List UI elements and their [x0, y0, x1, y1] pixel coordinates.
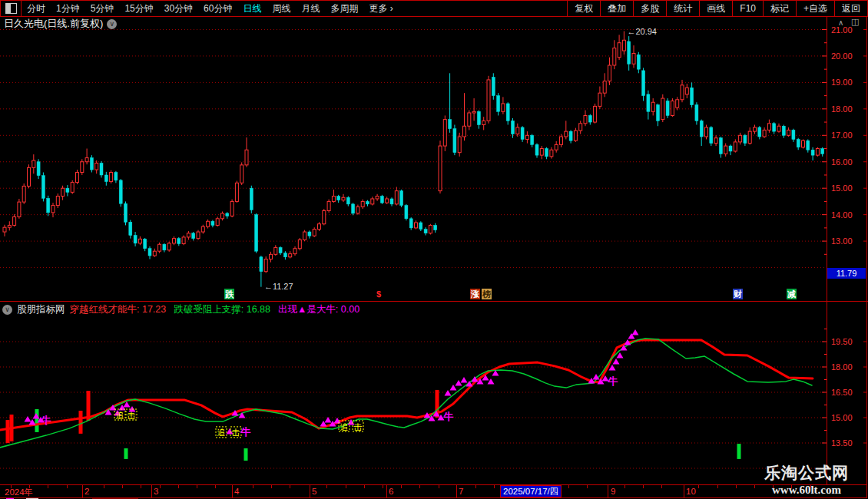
collapse-up-icon[interactable]: ∧: [838, 18, 843, 27]
date-tick: [253, 485, 253, 488]
menu-item-叠加[interactable]: 叠加: [600, 1, 633, 16]
candlestick-layer: [3, 31, 824, 287]
date-tick: [401, 485, 402, 488]
date-tick: [568, 485, 569, 488]
indicator-header: ∨ 股朋指标网 穿越红线才能牛: 17.23跌破受阻上支撑: 16.88出现▲是…: [2, 303, 359, 316]
menu-item-复权[interactable]: 复权: [567, 1, 600, 16]
svg-text:击: 击: [353, 422, 363, 431]
menu-item-返回[interactable]: 返回: [834, 1, 867, 16]
info-badge-财[interactable]: 财: [733, 289, 743, 299]
info-badge-减[interactable]: 减: [787, 289, 797, 299]
menu-item-+自选[interactable]: +自选: [796, 1, 834, 16]
date-tick: [346, 485, 346, 488]
date-tick: [326, 485, 327, 488]
price-axis-label: 17.00: [831, 131, 866, 140]
svg-text:牛: 牛: [608, 375, 618, 387]
chevron-down-icon[interactable]: ∨: [107, 19, 117, 29]
stock-title: 日久光电(日线.前复权): [4, 17, 103, 31]
month-divider: [151, 485, 152, 497]
menu-item-多周期[interactable]: 多周期: [325, 1, 363, 16]
info-badge-跌[interactable]: 跌: [224, 289, 234, 299]
indicator-axis-label: 19.50: [831, 337, 866, 346]
menu-item-60分钟[interactable]: 60分钟: [198, 1, 237, 16]
menu-item-周线[interactable]: 周线: [267, 1, 296, 16]
date-label: 4: [234, 487, 239, 496]
month-divider: [456, 485, 457, 497]
watermark-site-name: 乐淘公式网: [760, 462, 853, 484]
indicator-layer: 牛追击追击牛追击牛牛: [0, 329, 813, 461]
indicator-axis-label: 16.50: [831, 388, 866, 397]
menu-item-1分钟[interactable]: 1分钟: [51, 1, 85, 16]
month-divider: [386, 485, 387, 497]
date-tick: [271, 485, 272, 488]
topbar-left: 分时1分钟5分钟15分钟30分钟60分钟日线周线月线多周期更多 ›: [22, 1, 399, 16]
indicator-value: 出现▲是大牛: 0.00: [278, 303, 359, 316]
month-divider: [82, 485, 83, 497]
date-tick: [494, 485, 495, 488]
menu-item-5分钟[interactable]: 5分钟: [85, 1, 120, 16]
date-tick: [717, 485, 718, 488]
date-label: 9: [611, 487, 615, 496]
top-menu-bar: 分时1分钟5分钟15分钟30分钟60分钟日线周线月线多周期更多 › 复权叠加多股…: [0, 0, 868, 17]
svg-text:击: 击: [231, 428, 240, 437]
date-label: 2024年: [5, 487, 33, 498]
svg-text:←11.27: ←11.27: [264, 282, 293, 291]
date-tick: [754, 485, 755, 488]
date-tick: [48, 485, 48, 488]
svg-text:追: 追: [116, 411, 124, 420]
tdx-stock-app: { "topbar": { "left_items": ["分时","1分钟",…: [0, 0, 868, 499]
menu-item-画线[interactable]: 画线: [699, 1, 732, 16]
date-label: 3: [154, 487, 158, 496]
menu-item-统计[interactable]: 统计: [666, 1, 699, 16]
current-date-label[interactable]: 2025/07/17/四: [500, 485, 562, 497]
price-axis-label: 16.00: [831, 157, 866, 167]
date-tick: [439, 485, 439, 488]
menu-item-15分钟[interactable]: 15分钟: [119, 1, 158, 16]
svg-text:牛: 牛: [443, 411, 454, 422]
date-tick: [67, 485, 68, 488]
date-tick: [643, 485, 644, 488]
date-label: 10: [686, 487, 696, 496]
topbar-right: 复权叠加多股统计画线F10标记+自选返回: [567, 1, 867, 16]
menu-item-标记[interactable]: 标记: [763, 1, 796, 16]
split-window-icon[interactable]: ◫: [851, 17, 859, 27]
menu-item-F10[interactable]: F10: [732, 1, 763, 16]
info-badge-榜[interactable]: 榜: [482, 289, 492, 299]
chart-canvas: 牛追击追击牛追击牛牛 ←20.94←11.27: [0, 0, 868, 499]
layout-toggle-button[interactable]: [1, 1, 22, 16]
date-tick: [215, 485, 216, 488]
month-divider: [684, 485, 684, 497]
date-label: 5: [312, 487, 316, 496]
info-badge-$[interactable]: $: [376, 289, 382, 299]
menu-item-日线[interactable]: 日线: [237, 1, 267, 16]
price-axis-label: 18.00: [831, 104, 866, 114]
menu-item-分时[interactable]: 分时: [22, 1, 51, 16]
last-price-tag: 11.79: [827, 268, 866, 279]
date-tick: [587, 485, 588, 488]
indicator-chevron-icon[interactable]: ∨: [2, 305, 12, 315]
date-label: 2: [84, 487, 89, 496]
svg-text:牛: 牛: [41, 415, 51, 426]
indicator-value: 跌破受阻上支撑: 16.88: [174, 303, 270, 316]
date-tick: [661, 485, 662, 488]
month-divider: [232, 485, 233, 497]
date-tick: [383, 485, 383, 488]
price-axis-label: 20.00: [831, 51, 866, 61]
menu-item-月线[interactable]: 月线: [296, 1, 325, 16]
date-tick: [736, 485, 737, 488]
price-axis-label: 15.00: [831, 183, 866, 193]
svg-text:追: 追: [340, 422, 349, 431]
price-axis-label: 14.00: [831, 210, 866, 220]
svg-text:牛: 牛: [240, 426, 251, 438]
menu-item-更多[interactable]: 更多 ›: [363, 1, 398, 16]
menu-item-多股[interactable]: 多股: [633, 1, 666, 16]
indicator-value: 穿越红线才能牛: 17.23: [70, 303, 167, 316]
svg-text:追: 追: [217, 428, 226, 437]
indicator-axis-label: 15.00: [831, 413, 866, 422]
date-axis-bar: 2024年2345672025/07/17/四910: [0, 484, 866, 498]
chart-title-bar: 日久光电(日线.前复权) ∨: [4, 18, 117, 30]
info-badge-涨[interactable]: 涨: [470, 289, 480, 299]
menu-item-30分钟[interactable]: 30分钟: [159, 1, 198, 16]
axis-frame-layer: [0, 0, 868, 499]
price-axis-label: 19.00: [831, 78, 866, 87]
